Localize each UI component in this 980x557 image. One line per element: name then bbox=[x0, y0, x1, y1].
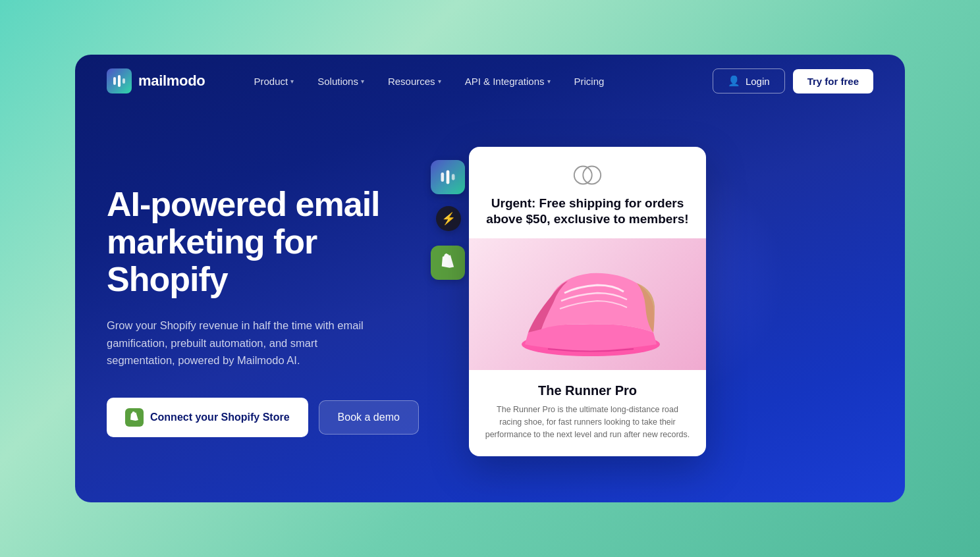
svg-rect-1 bbox=[118, 75, 121, 87]
floating-shopify-badge bbox=[431, 246, 465, 280]
hero-cta: Connect your Shopify Store Book a demo bbox=[107, 398, 423, 437]
shopify-badge-icon bbox=[125, 408, 144, 427]
nav-actions: 👤 Login Try for free bbox=[713, 68, 873, 93]
hero-subtitle: Grow your Shopify revenue in half the ti… bbox=[107, 317, 383, 369]
api-chevron-icon: ▾ bbox=[547, 78, 551, 85]
hero-right: ⚡ Urgent: Free shipping for orders bbox=[449, 120, 726, 502]
book-demo-button[interactable]: Book a demo bbox=[319, 400, 419, 435]
floating-mailmodo-badge bbox=[431, 160, 465, 194]
product-chevron-icon: ▾ bbox=[290, 78, 294, 85]
svg-rect-4 bbox=[447, 171, 450, 184]
card-top: Urgent: Free shipping for orders above $… bbox=[469, 147, 706, 238]
shoe-image bbox=[469, 238, 706, 370]
hero-section: AI-powered email marketing for Shopify G… bbox=[75, 107, 905, 502]
floating-lightning-badge: ⚡ bbox=[436, 206, 461, 231]
svg-rect-2 bbox=[122, 78, 125, 84]
hero-title: AI-powered email marketing for Shopify bbox=[107, 186, 423, 299]
nav-product[interactable]: Product ▾ bbox=[245, 70, 304, 92]
nav-resources[interactable]: Resources ▾ bbox=[379, 70, 450, 92]
mastercard-icon bbox=[572, 165, 603, 185]
resources-chevron-icon: ▾ bbox=[438, 78, 441, 85]
logo-text: mailmodo bbox=[138, 72, 205, 90]
try-for-free-button[interactable]: Try for free bbox=[793, 69, 873, 93]
nav-pricing[interactable]: Pricing bbox=[565, 70, 614, 92]
email-card: Urgent: Free shipping for orders above $… bbox=[469, 147, 706, 457]
mailmodo-logo-icon bbox=[107, 68, 132, 93]
hero-left: AI-powered email marketing for Shopify G… bbox=[107, 186, 449, 438]
svg-rect-0 bbox=[113, 77, 116, 85]
nav-api[interactable]: API & Integrations ▾ bbox=[456, 70, 560, 92]
svg-rect-3 bbox=[441, 172, 445, 182]
product-name: The Runner Pro bbox=[485, 383, 690, 398]
product-desc: The Runner Pro is the ultimate long-dist… bbox=[485, 404, 690, 440]
nav-links: Product ▾ Solutions ▾ Resources ▾ API & … bbox=[245, 70, 713, 92]
lightning-icon: ⚡ bbox=[441, 211, 456, 226]
navbar: mailmodo Product ▾ Solutions ▾ Resources… bbox=[75, 55, 905, 107]
solutions-chevron-icon: ▾ bbox=[361, 78, 364, 85]
connect-shopify-button[interactable]: Connect your Shopify Store bbox=[107, 398, 308, 437]
urgent-text: Urgent: Free shipping for orders above $… bbox=[485, 196, 690, 228]
person-icon: 👤 bbox=[728, 75, 740, 87]
main-container: mailmodo Product ▾ Solutions ▾ Resources… bbox=[75, 55, 905, 502]
login-button[interactable]: 👤 Login bbox=[713, 68, 785, 93]
logo-area[interactable]: mailmodo bbox=[107, 68, 205, 93]
card-bottom: The Runner Pro The Runner Pro is the ult… bbox=[469, 370, 706, 456]
nav-solutions[interactable]: Solutions ▾ bbox=[308, 70, 373, 92]
svg-rect-5 bbox=[452, 174, 455, 180]
